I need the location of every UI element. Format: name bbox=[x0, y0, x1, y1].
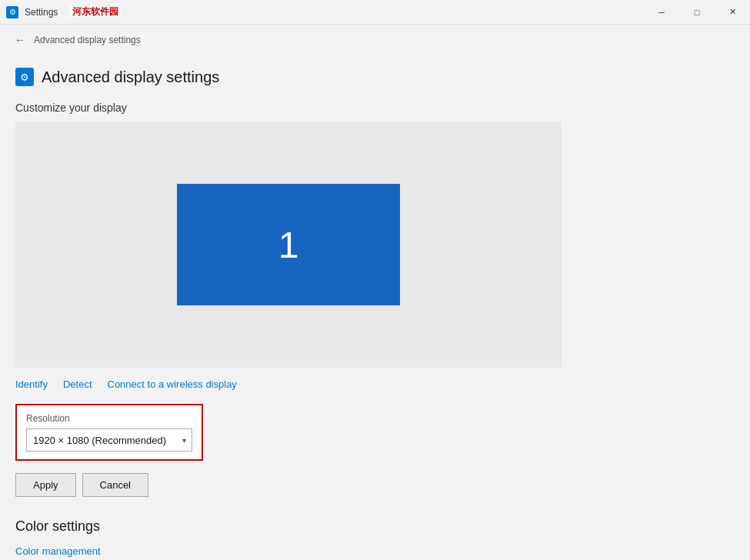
close-button[interactable]: ✕ bbox=[715, 0, 750, 25]
action-buttons-row: Apply Cancel bbox=[15, 473, 735, 497]
minimize-button[interactable]: ─ bbox=[644, 0, 679, 25]
breadcrumb-bar: ← Advanced display settings bbox=[0, 25, 750, 55]
breadcrumb: Advanced display settings bbox=[34, 35, 141, 45]
titlebar-controls: ─ □ ✕ bbox=[644, 0, 750, 25]
cancel-button[interactable]: Cancel bbox=[82, 473, 148, 497]
watermark: 河东软件园 bbox=[69, 5, 122, 18]
back-button[interactable]: ← bbox=[9, 29, 31, 51]
apply-button[interactable]: Apply bbox=[15, 473, 76, 497]
color-section-title: Color settings bbox=[15, 518, 735, 535]
color-management-link[interactable]: Color management bbox=[15, 545, 735, 557]
titlebar-left: ⚙ Settings bbox=[6, 6, 58, 18]
resolution-section: Resolution 1920 × 1080 (Recommended) 168… bbox=[15, 404, 203, 461]
gear-icon: ⚙ bbox=[20, 72, 29, 83]
identify-link[interactable]: Identify bbox=[15, 378, 48, 390]
display-links-row: Identify Detect Connect to a wireless di… bbox=[15, 378, 735, 390]
resolution-select[interactable]: 1920 × 1080 (Recommended) 1680 × 1050 16… bbox=[26, 428, 192, 452]
monitor-box: 1 bbox=[177, 184, 400, 305]
resolution-select-wrapper: 1920 × 1080 (Recommended) 1680 × 1050 16… bbox=[26, 428, 192, 452]
monitor-number: 1 bbox=[278, 224, 299, 266]
maximize-button[interactable]: □ bbox=[679, 0, 715, 25]
titlebar: ⚙ Settings 河东软件园 ─ □ ✕ bbox=[0, 0, 750, 25]
page-title-row: ⚙ Advanced display settings bbox=[15, 68, 735, 86]
main-content: ⚙ Advanced display settings Customize yo… bbox=[0, 55, 750, 560]
settings-app-icon: ⚙ bbox=[6, 6, 18, 18]
breadcrumb-path: Advanced display settings bbox=[34, 35, 141, 45]
detect-link[interactable]: Detect bbox=[63, 378, 92, 390]
resolution-label: Resolution bbox=[26, 413, 192, 424]
section-display-heading: Customize your display bbox=[15, 102, 735, 114]
page-title: Advanced display settings bbox=[42, 68, 219, 86]
page-title-icon: ⚙ bbox=[15, 68, 34, 86]
titlebar-title: Settings bbox=[25, 7, 58, 18]
wireless-display-link[interactable]: Connect to a wireless display bbox=[108, 378, 237, 390]
display-preview: 1 bbox=[15, 122, 562, 368]
